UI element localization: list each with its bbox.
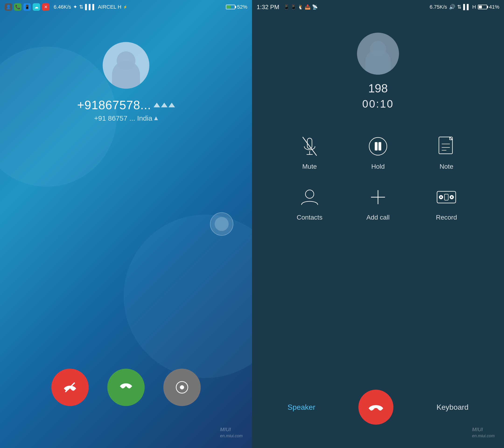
mute-label: Mute xyxy=(302,163,317,170)
mute-control[interactable]: Mute xyxy=(285,133,334,170)
svg-rect-8 xyxy=(375,142,377,150)
contacts-icon-wrap xyxy=(297,184,323,210)
left-signal-bars: ▌▌▌ xyxy=(85,4,96,10)
left-miui-watermark: MIUI en.miui.com xyxy=(220,427,243,439)
left-avatar-container xyxy=(103,42,149,89)
svg-rect-4 xyxy=(307,138,312,149)
message-button[interactable] xyxy=(163,369,201,406)
right-status-bar: 1:32 PM 📱 📱 🐧 📥 📡 6.75K/s 🔊 ⇅ ▌▌ H 41% xyxy=(252,0,504,14)
app-icon-1: 👤 xyxy=(5,3,12,11)
arrow-2 xyxy=(161,103,167,107)
controls-grid: Mute Hold xyxy=(285,133,471,221)
arrow-3 xyxy=(168,103,175,107)
app-icon-3: 📱 xyxy=(23,3,31,11)
arrow-1 xyxy=(154,103,160,107)
app-icon-5: ✕ xyxy=(42,3,50,11)
left-battery-pct: 52% xyxy=(237,4,247,10)
svg-point-7 xyxy=(369,137,387,155)
accept-button[interactable] xyxy=(107,369,145,406)
right-miui-watermark: MIUI en.miui.com xyxy=(472,427,495,439)
right-avatar xyxy=(357,33,399,75)
signal-arrows xyxy=(154,103,175,107)
note-label: Note xyxy=(440,163,453,170)
right-time: 1:32 PM xyxy=(257,3,279,11)
add-call-label: Add call xyxy=(366,214,390,221)
right-status-left: 1:32 PM 📱 📱 🐧 📥 📡 xyxy=(257,3,430,11)
decline-button[interactable] xyxy=(51,369,89,406)
left-bolt-icon: ⚡ xyxy=(123,5,127,9)
left-avatar-head xyxy=(117,51,135,70)
right-speed: 6.75K/s xyxy=(430,4,447,10)
contact-number: 198 xyxy=(368,82,388,95)
call-timer: 00:10 xyxy=(362,98,394,110)
left-status-bar: 👤 📞 📱 ☁ ✕ 6.46K/s ✦ ⇅ ▌▌▌ AIRCEL H ⚡ 52% xyxy=(0,0,252,14)
record-label: Record xyxy=(436,214,457,221)
end-call-button[interactable] xyxy=(359,390,393,425)
svg-point-24 xyxy=(451,196,453,198)
note-control[interactable]: Note xyxy=(422,133,471,170)
left-speed: 6.46K/s xyxy=(54,4,71,10)
mute-icon-wrap xyxy=(297,133,323,159)
svg-rect-25 xyxy=(445,194,448,200)
hold-label: Hold xyxy=(371,163,385,170)
app-icon-4: ☁ xyxy=(33,3,40,11)
left-arrows-icon: ⇅ xyxy=(79,4,83,10)
right-arrows: ⇅ xyxy=(457,4,461,10)
record-control[interactable]: Record xyxy=(422,184,471,221)
incoming-call-screen: 👤 📞 📱 ☁ ✕ 6.46K/s ✦ ⇅ ▌▌▌ AIRCEL H ⚡ 52% xyxy=(0,0,252,448)
svg-point-22 xyxy=(440,196,442,198)
app-icon-2: 📞 xyxy=(14,3,21,11)
left-carrier: AIRCEL H xyxy=(98,4,121,10)
record-icon-wrap xyxy=(433,184,459,210)
add-call-control[interactable]: Add call xyxy=(353,184,403,221)
svg-rect-9 xyxy=(379,142,381,150)
hold-control[interactable]: Hold xyxy=(353,133,403,170)
add-call-icon-wrap xyxy=(365,184,391,210)
contacts-label: Contacts xyxy=(297,214,323,221)
caller-sub-info: +91 86757 ... India xyxy=(94,114,158,122)
signal-icon xyxy=(154,116,158,120)
right-app-icons: 📱 📱 🐧 📥 📡 xyxy=(284,4,318,10)
hold-icon-wrap xyxy=(365,133,391,159)
keyboard-button[interactable]: Keyboard xyxy=(437,403,468,412)
svg-point-2 xyxy=(180,385,184,389)
floating-btn-inner xyxy=(215,217,229,231)
note-icon-wrap xyxy=(433,133,459,159)
right-status-right: 6.75K/s 🔊 ⇅ ▌▌ H 41% xyxy=(430,4,499,10)
left-bt-icon: ✦ xyxy=(73,4,77,10)
left-avatar xyxy=(103,42,149,89)
svg-point-17 xyxy=(306,190,314,198)
call-action-buttons xyxy=(51,369,201,406)
active-call-screen: 1:32 PM 📱 📱 🐧 📥 📡 6.75K/s 🔊 ⇅ ▌▌ H 41% 1… xyxy=(252,0,504,448)
left-status-right: 52% xyxy=(226,4,247,10)
right-signal: ▌▌ xyxy=(463,4,470,10)
floating-button[interactable] xyxy=(210,212,233,236)
caller-number: +91867578... xyxy=(77,98,175,112)
speaker-button[interactable]: Speaker xyxy=(288,403,315,412)
right-carrier: H xyxy=(472,4,476,10)
right-battery xyxy=(478,5,487,9)
right-vol-icon: 🔊 xyxy=(449,4,455,10)
right-battery-pct: 41% xyxy=(489,4,499,10)
contacts-control[interactable]: Contacts xyxy=(285,184,334,221)
bottom-controls: Speaker Keyboard xyxy=(252,390,504,425)
left-status-icons: 👤 📞 📱 ☁ ✕ 6.46K/s ✦ ⇅ ▌▌▌ AIRCEL H ⚡ xyxy=(5,3,226,11)
right-avatar-head xyxy=(370,41,386,57)
left-battery xyxy=(226,5,235,9)
